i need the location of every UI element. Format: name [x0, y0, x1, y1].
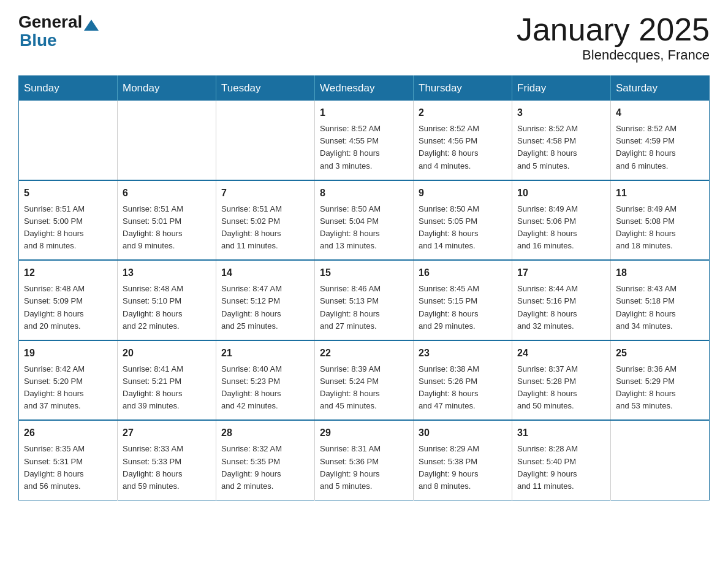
- calendar-cell: 14Sunrise: 8:47 AM Sunset: 5:12 PM Dayli…: [216, 260, 315, 340]
- calendar-cell: [216, 101, 315, 180]
- logo-triangle: [84, 20, 99, 31]
- calendar-cell: 15Sunrise: 8:46 AM Sunset: 5:13 PM Dayli…: [315, 260, 414, 340]
- day-info: Sunrise: 8:36 AM Sunset: 5:29 PM Dayligh…: [616, 363, 704, 413]
- calendar-cell: 31Sunrise: 8:28 AM Sunset: 5:40 PM Dayli…: [512, 420, 611, 500]
- day-info: Sunrise: 8:29 AM Sunset: 5:38 PM Dayligh…: [419, 443, 507, 492]
- day-info: Sunrise: 8:42 AM Sunset: 5:20 PM Dayligh…: [24, 363, 112, 413]
- calendar-cell: 16Sunrise: 8:45 AM Sunset: 5:15 PM Dayli…: [414, 260, 512, 340]
- calendar-cell: 6Sunrise: 8:51 AM Sunset: 5:01 PM Daylig…: [118, 180, 216, 261]
- calendar-week-row: 19Sunrise: 8:42 AM Sunset: 5:20 PM Dayli…: [19, 340, 710, 421]
- day-number: 22: [320, 346, 408, 361]
- day-info: Sunrise: 8:49 AM Sunset: 5:08 PM Dayligh…: [616, 203, 704, 253]
- day-number: 30: [419, 426, 507, 440]
- calendar-title: January 2025: [517, 12, 710, 47]
- calendar-day-header: Thursday: [414, 76, 512, 101]
- day-number: 29: [320, 426, 408, 440]
- day-number: 12: [24, 266, 112, 280]
- page-header: General Blue January 2025 Blendecques, F…: [18, 12, 710, 63]
- calendar-header: SundayMondayTuesdayWednesdayThursdayFrid…: [19, 76, 710, 101]
- day-number: 11: [616, 186, 704, 201]
- calendar-body: 1Sunrise: 8:52 AM Sunset: 4:55 PM Daylig…: [19, 101, 710, 500]
- day-info: Sunrise: 8:45 AM Sunset: 5:15 PM Dayligh…: [419, 283, 507, 332]
- day-info: Sunrise: 8:52 AM Sunset: 4:55 PM Dayligh…: [320, 123, 408, 172]
- logo-blue-text: Blue: [20, 32, 57, 49]
- calendar-week-row: 26Sunrise: 8:35 AM Sunset: 5:31 PM Dayli…: [19, 420, 710, 500]
- day-info: Sunrise: 8:52 AM Sunset: 4:58 PM Dayligh…: [517, 123, 605, 172]
- calendar-cell: 1Sunrise: 8:52 AM Sunset: 4:55 PM Daylig…: [315, 101, 414, 180]
- calendar-cell: 2Sunrise: 8:52 AM Sunset: 4:56 PM Daylig…: [414, 101, 512, 180]
- day-info: Sunrise: 8:41 AM Sunset: 5:21 PM Dayligh…: [123, 363, 211, 413]
- day-info: Sunrise: 8:46 AM Sunset: 5:13 PM Dayligh…: [320, 283, 408, 332]
- calendar-table: SundayMondayTuesdayWednesdayThursdayFrid…: [18, 75, 710, 500]
- day-info: Sunrise: 8:49 AM Sunset: 5:06 PM Dayligh…: [517, 203, 605, 253]
- logo: General Blue: [18, 12, 99, 49]
- day-info: Sunrise: 8:38 AM Sunset: 5:26 PM Dayligh…: [419, 363, 507, 413]
- day-info: Sunrise: 8:40 AM Sunset: 5:23 PM Dayligh…: [221, 363, 309, 413]
- logo-row1: General: [18, 12, 99, 32]
- day-info: Sunrise: 8:28 AM Sunset: 5:40 PM Dayligh…: [517, 443, 605, 492]
- day-number: 17: [517, 266, 605, 280]
- day-number: 4: [616, 105, 704, 120]
- day-number: 3: [517, 105, 605, 120]
- calendar-cell: [611, 420, 710, 500]
- day-number: 16: [419, 266, 507, 280]
- calendar-week-row: 5Sunrise: 8:51 AM Sunset: 5:00 PM Daylig…: [19, 180, 710, 261]
- day-number: 1: [320, 105, 408, 120]
- calendar-cell: 25Sunrise: 8:36 AM Sunset: 5:29 PM Dayli…: [611, 340, 710, 421]
- day-number: 24: [517, 346, 605, 361]
- day-info: Sunrise: 8:51 AM Sunset: 5:00 PM Dayligh…: [24, 203, 112, 253]
- calendar-cell: 18Sunrise: 8:43 AM Sunset: 5:18 PM Dayli…: [611, 260, 710, 340]
- day-number: 5: [24, 186, 112, 201]
- calendar-day-header: Tuesday: [216, 76, 315, 101]
- calendar-cell: 7Sunrise: 8:51 AM Sunset: 5:02 PM Daylig…: [216, 180, 315, 261]
- calendar-week-row: 12Sunrise: 8:48 AM Sunset: 5:09 PM Dayli…: [19, 260, 710, 340]
- calendar-cell: [118, 101, 216, 180]
- calendar-cell: 11Sunrise: 8:49 AM Sunset: 5:08 PM Dayli…: [611, 180, 710, 261]
- day-number: 9: [419, 186, 507, 201]
- day-number: 2: [419, 105, 507, 120]
- day-number: 18: [616, 266, 704, 280]
- day-number: 10: [517, 186, 605, 201]
- day-info: Sunrise: 8:48 AM Sunset: 5:09 PM Dayligh…: [24, 283, 112, 332]
- calendar-cell: 28Sunrise: 8:32 AM Sunset: 5:35 PM Dayli…: [216, 420, 315, 500]
- day-info: Sunrise: 8:50 AM Sunset: 5:04 PM Dayligh…: [320, 203, 408, 253]
- calendar-cell: 26Sunrise: 8:35 AM Sunset: 5:31 PM Dayli…: [19, 420, 118, 500]
- day-info: Sunrise: 8:37 AM Sunset: 5:28 PM Dayligh…: [517, 363, 605, 413]
- calendar-cell: 21Sunrise: 8:40 AM Sunset: 5:23 PM Dayli…: [216, 340, 315, 421]
- calendar-subtitle: Blendecques, France: [517, 47, 710, 63]
- day-info: Sunrise: 8:31 AM Sunset: 5:36 PM Dayligh…: [320, 443, 408, 492]
- calendar-cell: 9Sunrise: 8:50 AM Sunset: 5:05 PM Daylig…: [414, 180, 512, 261]
- day-info: Sunrise: 8:52 AM Sunset: 4:56 PM Dayligh…: [419, 123, 507, 172]
- day-info: Sunrise: 8:32 AM Sunset: 5:35 PM Dayligh…: [221, 443, 309, 492]
- title-section: January 2025 Blendecques, France: [517, 12, 710, 63]
- day-info: Sunrise: 8:52 AM Sunset: 4:59 PM Dayligh…: [616, 123, 704, 172]
- day-number: 14: [221, 266, 309, 280]
- day-info: Sunrise: 8:51 AM Sunset: 5:01 PM Dayligh…: [123, 203, 211, 253]
- day-info: Sunrise: 8:47 AM Sunset: 5:12 PM Dayligh…: [221, 283, 309, 332]
- day-info: Sunrise: 8:51 AM Sunset: 5:02 PM Dayligh…: [221, 203, 309, 253]
- day-number: 26: [24, 426, 112, 440]
- calendar-cell: 10Sunrise: 8:49 AM Sunset: 5:06 PM Dayli…: [512, 180, 611, 261]
- calendar-cell: 30Sunrise: 8:29 AM Sunset: 5:38 PM Dayli…: [414, 420, 512, 500]
- calendar-cell: 24Sunrise: 8:37 AM Sunset: 5:28 PM Dayli…: [512, 340, 611, 421]
- calendar-cell: 23Sunrise: 8:38 AM Sunset: 5:26 PM Dayli…: [414, 340, 512, 421]
- calendar-day-header: Wednesday: [315, 76, 414, 101]
- calendar-cell: 29Sunrise: 8:31 AM Sunset: 5:36 PM Dayli…: [315, 420, 414, 500]
- calendar-cell: 17Sunrise: 8:44 AM Sunset: 5:16 PM Dayli…: [512, 260, 611, 340]
- calendar-cell: 27Sunrise: 8:33 AM Sunset: 5:33 PM Dayli…: [118, 420, 216, 500]
- day-number: 13: [123, 266, 211, 280]
- calendar-header-row: SundayMondayTuesdayWednesdayThursdayFrid…: [19, 76, 710, 101]
- calendar-cell: 20Sunrise: 8:41 AM Sunset: 5:21 PM Dayli…: [118, 340, 216, 421]
- day-number: 31: [517, 426, 605, 440]
- calendar-cell: [19, 101, 118, 180]
- day-info: Sunrise: 8:44 AM Sunset: 5:16 PM Dayligh…: [517, 283, 605, 332]
- calendar-day-header: Monday: [118, 76, 216, 101]
- day-info: Sunrise: 8:39 AM Sunset: 5:24 PM Dayligh…: [320, 363, 408, 413]
- calendar-week-row: 1Sunrise: 8:52 AM Sunset: 4:55 PM Daylig…: [19, 101, 710, 180]
- calendar-day-header: Saturday: [611, 76, 710, 101]
- day-info: Sunrise: 8:50 AM Sunset: 5:05 PM Dayligh…: [419, 203, 507, 253]
- day-number: 25: [616, 346, 704, 361]
- day-number: 21: [221, 346, 309, 361]
- calendar-cell: 12Sunrise: 8:48 AM Sunset: 5:09 PM Dayli…: [19, 260, 118, 340]
- day-info: Sunrise: 8:48 AM Sunset: 5:10 PM Dayligh…: [123, 283, 211, 332]
